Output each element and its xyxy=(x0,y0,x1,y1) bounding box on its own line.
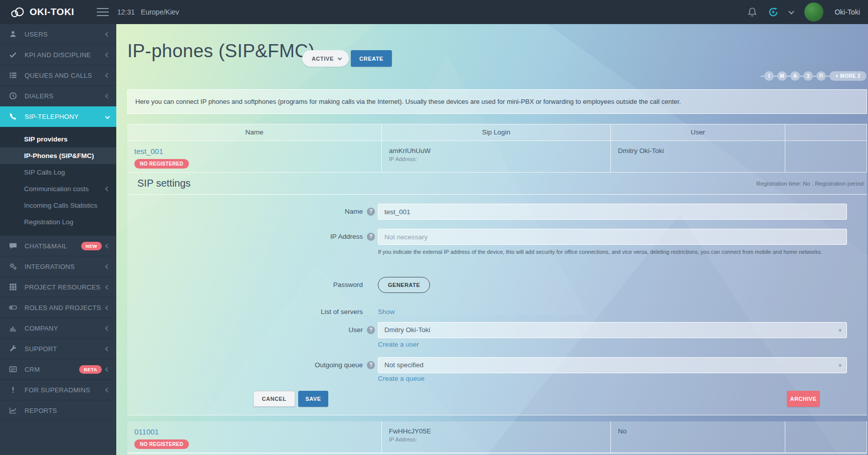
chat-icon xyxy=(9,242,17,250)
next-row-edge xyxy=(127,453,867,455)
create-button[interactable]: CREATE xyxy=(351,50,392,67)
submenu-item-sip-providers[interactable]: SIP providers xyxy=(0,131,116,147)
cloud-logo-icon xyxy=(10,6,25,18)
account-menu-chevron-icon[interactable] xyxy=(789,9,794,14)
archive-button[interactable]: ARCHIVE xyxy=(787,391,820,407)
crm-card-icon xyxy=(9,365,17,373)
outgoing-queue-select[interactable]: Not specified xyxy=(378,357,847,373)
sidebar-item-kpi-and-discipline[interactable]: KPI AND DISCIPLINE xyxy=(0,45,116,65)
sidebar-item-company[interactable]: COMPANY xyxy=(0,318,116,339)
account-avatar[interactable] xyxy=(804,3,823,22)
chevron-down-icon xyxy=(338,56,342,60)
sidebar-item-label: FOR SUPERADMINS xyxy=(25,386,106,394)
sidebar-item-for-superadmins[interactable]: FOR SUPERADMINS xyxy=(0,380,116,400)
member-avatar-badge[interactable]: M xyxy=(777,71,787,81)
menu-toggle-button[interactable] xyxy=(97,7,109,17)
badge-connector xyxy=(761,76,764,77)
toggle-icon xyxy=(9,304,17,312)
save-button[interactable]: SAVE xyxy=(298,391,328,407)
submenu-item-label: SIP providers xyxy=(24,135,109,143)
timezone-value: Europe/Kiev xyxy=(141,8,179,16)
sidebar-item-label: USERS xyxy=(25,31,106,38)
phone-name-link[interactable]: test_001 xyxy=(134,147,163,156)
sidebar-item-project-resources[interactable]: PROJECT RESOURCES xyxy=(0,277,116,297)
sip-login-cell: amKrIUhUuWIP Address: xyxy=(382,141,611,172)
column-header-name: Name xyxy=(127,124,382,140)
user-select[interactable]: Dmitry Oki-Toki xyxy=(378,322,847,338)
info-banner: Here you can connect IP phones and softp… xyxy=(127,89,867,114)
sip-login-cell: FwHHcJY05EIP Address: xyxy=(382,421,611,452)
cancel-button[interactable]: CANCEL xyxy=(253,391,295,407)
user-field-label: User xyxy=(127,322,363,338)
submenu-item-ip-phones-sip-fmc-[interactable]: IP-Phones (SIP&FMC) xyxy=(0,147,116,164)
create-user-link[interactable]: Create a user xyxy=(378,340,419,349)
status-filter-label: ACTIVE xyxy=(312,56,334,62)
member-avatar-badge[interactable]: 3 xyxy=(803,71,813,81)
submenu-item-communication-costs[interactable]: Communication costs xyxy=(0,181,116,197)
phone-name-link[interactable]: 011001 xyxy=(134,427,159,436)
submenu-item-label: Incoming Calls Statistics xyxy=(24,202,109,209)
name-help-icon[interactable] xyxy=(367,208,375,216)
create-queue-link[interactable]: Create a queue xyxy=(378,374,424,383)
user-help-icon[interactable] xyxy=(367,326,375,334)
chevron-left-icon xyxy=(105,187,110,192)
chevron-left-icon xyxy=(105,346,110,351)
more-members-badge[interactable]: + MORE 2 xyxy=(829,71,866,81)
status-filter-dropdown[interactable]: ACTIVE xyxy=(302,50,349,67)
submenu-item-label: IP-Phones (SIP&FMC) xyxy=(24,152,109,160)
clock: 12:31 Europe/Kiev xyxy=(117,0,179,24)
sidebar-item-label: CHATS&MAIL xyxy=(25,242,77,250)
sidebar-item-roles-and-projects[interactable]: ROLES AND PROJECTS xyxy=(0,297,116,318)
outgoing-queue-help-icon[interactable] xyxy=(367,361,375,369)
generate-password-button[interactable]: GENERATE xyxy=(378,277,430,293)
sip-login-value: amKrIUhUuW xyxy=(389,147,603,155)
brand-name: OKI-TOKI xyxy=(30,7,74,18)
sidebar-item-sip-telephony[interactable]: SIP-TELEPHONY xyxy=(0,106,116,127)
name-input[interactable] xyxy=(378,204,847,220)
user-cell: Dmitry Oki-Toki xyxy=(611,141,785,172)
member-avatar-badge[interactable]: I xyxy=(764,71,774,81)
sidebar-item-integrations[interactable]: INTEGRATIONS xyxy=(0,256,116,277)
account-name: Oki-Toki xyxy=(834,8,860,16)
sidebar-item-reports[interactable]: REPORTS xyxy=(0,400,116,421)
chevron-left-icon xyxy=(105,52,110,57)
clock-icon xyxy=(9,92,17,100)
ip-address-input[interactable] xyxy=(378,229,847,245)
user-value: Dmitry Oki-Toki xyxy=(618,147,778,155)
sidebar-item-chats-mail[interactable]: CHATS&MAILNEW xyxy=(0,236,116,256)
brand-logo[interactable]: OKI-TOKI xyxy=(10,0,74,24)
ip-address-label: IP Address: xyxy=(389,156,603,162)
badge-connector xyxy=(826,76,829,77)
grid-icon xyxy=(9,283,17,291)
ip-address-help-icon[interactable] xyxy=(367,233,375,241)
sidebar-item-crm[interactable]: CRMBETA xyxy=(0,359,116,380)
submenu-item-registration-log[interactable]: Registration Log xyxy=(0,214,116,230)
settings-form: Name IP Address If you indicate the exte… xyxy=(127,195,867,415)
sidebar-item-support[interactable]: SUPPORT xyxy=(0,339,116,359)
user-icon xyxy=(9,30,17,38)
sidebar-item-queues-and-calls[interactable]: QUEUES AND CALLS xyxy=(0,65,116,86)
show-servers-link[interactable]: Show xyxy=(378,304,395,320)
submenu-item-sip-calls-log[interactable]: SIP Calls Log xyxy=(0,164,116,181)
chevron-left-icon xyxy=(105,32,110,37)
sidebar-badge: NEW xyxy=(81,242,102,250)
name-cell: 011001NO REGISTERED xyxy=(127,421,382,452)
chevron-left-icon xyxy=(105,387,110,392)
notifications-bell-icon[interactable] xyxy=(747,7,757,17)
time-value: 12:31 xyxy=(117,8,135,16)
topbar-right: Oki-Toki xyxy=(747,0,860,24)
chevron-left-icon xyxy=(105,326,110,331)
sidebar-item-dialers[interactable]: DIALERS xyxy=(0,86,116,106)
sidebar-item-users[interactable]: USERS xyxy=(0,24,116,45)
member-avatar-badge[interactable]: П xyxy=(816,71,826,81)
info-banner-text: Here you can connect IP phones and softp… xyxy=(135,98,681,105)
ip-address-help-text: If you indicate the external IP address … xyxy=(378,248,834,256)
history-icon[interactable] xyxy=(768,7,778,17)
outgoing-queue-select-value: Not specified xyxy=(384,361,423,369)
ip-address-field-label: IP Address xyxy=(127,229,363,245)
chevron-left-icon xyxy=(105,73,110,78)
submenu-item-incoming-calls-statistics[interactable]: Incoming Calls Statistics xyxy=(0,197,116,214)
list-icon xyxy=(9,71,17,79)
settings-title: SIP settings xyxy=(137,178,190,189)
member-avatar-badge[interactable]: A xyxy=(790,71,800,81)
